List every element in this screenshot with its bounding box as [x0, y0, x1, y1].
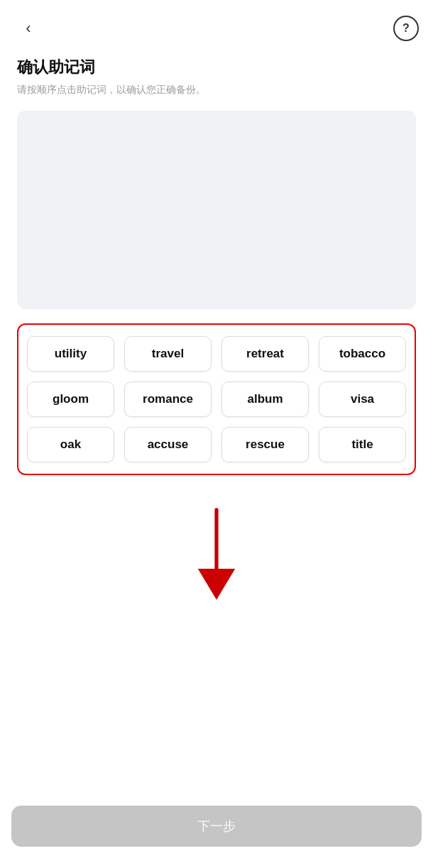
word-chip[interactable]: retreat: [221, 336, 309, 372]
word-grid: utilitytravelretreattobaccogloomromancea…: [27, 336, 406, 462]
word-chip[interactable]: album: [221, 382, 309, 417]
word-chip[interactable]: gloom: [27, 382, 114, 417]
word-display-area: [17, 111, 416, 309]
word-chip[interactable]: tobacco: [319, 336, 406, 372]
bottom-area: 下一步: [0, 806, 433, 868]
word-chip[interactable]: title: [319, 427, 406, 462]
svg-marker-1: [198, 569, 236, 600]
back-icon: ‹: [26, 19, 31, 38]
word-chip[interactable]: travel: [124, 336, 212, 372]
word-chip[interactable]: accuse: [124, 427, 212, 462]
page-title: 确认助记词: [17, 57, 416, 78]
word-chip[interactable]: utility: [27, 336, 114, 372]
question-icon: ?: [402, 22, 410, 35]
word-chip[interactable]: romance: [124, 382, 212, 417]
arrow-container: [0, 489, 433, 674]
word-chip[interactable]: rescue: [221, 427, 309, 462]
word-chip[interactable]: oak: [27, 427, 114, 462]
help-button[interactable]: ?: [393, 16, 419, 41]
arrow-icon: [188, 503, 245, 603]
page-subtitle: 请按顺序点击助记词，以确认您正确备份。: [17, 84, 416, 96]
back-button[interactable]: ‹: [14, 14, 43, 43]
header: ‹ ?: [0, 0, 433, 50]
word-grid-container: utilitytravelretreattobaccogloomromancea…: [17, 323, 416, 475]
next-button[interactable]: 下一步: [11, 806, 422, 847]
word-chip[interactable]: visa: [319, 382, 406, 417]
page-content: 确认助记词 请按顺序点击助记词，以确认您正确备份。 utilitytravelr…: [0, 50, 433, 475]
